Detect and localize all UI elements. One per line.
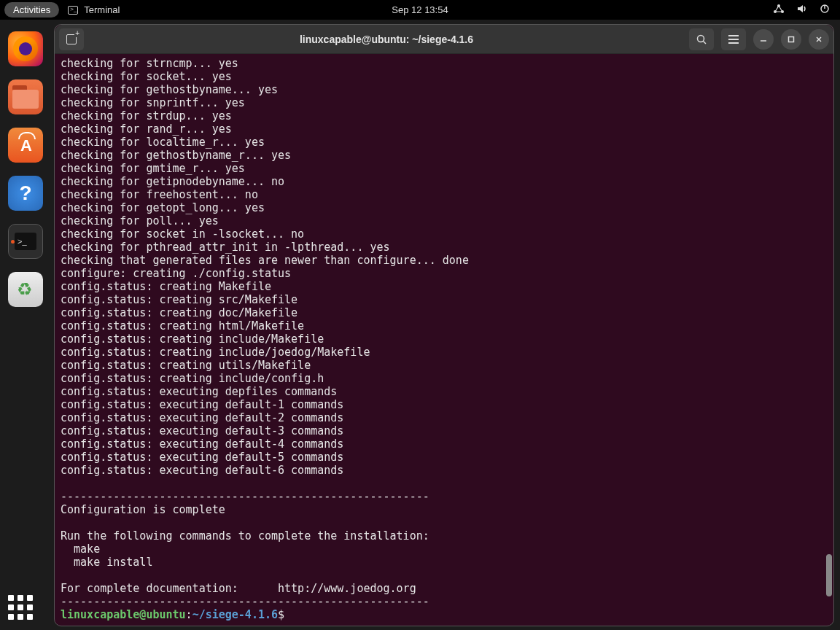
svg-line-6 xyxy=(704,41,707,44)
terminal-window: linuxcapable@ubuntu: ~/siege-4.1.6 check… xyxy=(54,24,834,626)
dock-active-indicator xyxy=(11,240,15,244)
svg-point-5 xyxy=(698,35,704,42)
topbar-app-name: Terminal xyxy=(84,4,120,15)
dock: ? >_ xyxy=(0,20,51,630)
scrollbar[interactable] xyxy=(826,554,832,596)
minimize-button[interactable] xyxy=(753,29,774,50)
maximize-button[interactable] xyxy=(781,29,801,50)
network-icon[interactable] xyxy=(773,4,785,16)
top-panel: Activities Terminal Sep 12 13:54 xyxy=(0,0,840,20)
dock-trash[interactable] xyxy=(8,272,43,307)
dock-firefox[interactable] xyxy=(8,31,43,66)
volume-icon[interactable] xyxy=(796,4,808,16)
power-icon[interactable] xyxy=(820,4,830,16)
dock-software[interactable] xyxy=(8,128,43,163)
topbar-clock[interactable]: Sep 12 13:54 xyxy=(392,4,448,15)
window-title: linuxcapable@ubuntu: ~/siege-4.1.6 xyxy=(88,34,685,45)
menu-button[interactable] xyxy=(721,28,746,50)
terminal-content[interactable]: checking for strncmp... yes checking for… xyxy=(55,54,833,626)
svg-rect-8 xyxy=(789,36,794,42)
terminal-icon xyxy=(68,6,78,15)
dock-files[interactable] xyxy=(8,79,43,114)
close-button[interactable] xyxy=(809,29,829,50)
dock-help[interactable]: ? xyxy=(8,176,43,211)
search-button[interactable] xyxy=(689,28,714,50)
window-titlebar: linuxcapable@ubuntu: ~/siege-4.1.6 xyxy=(55,25,833,54)
topbar-app-menu[interactable]: Terminal xyxy=(68,4,120,15)
new-tab-button[interactable] xyxy=(59,28,84,50)
activities-button[interactable]: Activities xyxy=(4,2,59,18)
system-tray xyxy=(773,4,840,16)
show-applications-button[interactable] xyxy=(8,595,33,620)
